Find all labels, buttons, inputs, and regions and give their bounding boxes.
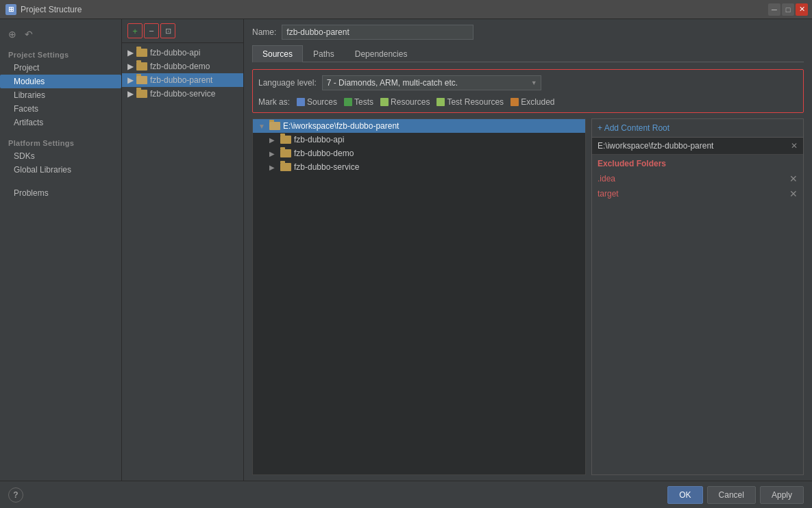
mark-as-row: Mark as: Sources Tests Resources — [258, 97, 798, 107]
excluded-color-dot — [510, 98, 519, 106]
minimize-button[interactable]: ─ — [768, 3, 780, 16]
module-item[interactable]: ▶ fzb-dubbo-demo — [122, 60, 243, 73]
excluded-path-text: E:\iworkspace\fzb-dubbo-parent — [598, 141, 713, 151]
module-list: ▶ fzb-dubbo-api ▶ fzb-dubbo-demo ▶ fzb-d… — [122, 43, 243, 481]
excluded-folders-label: Excluded Folders — [592, 155, 803, 171]
help-button[interactable]: ? — [8, 487, 23, 503]
bottom-right: OK Cancel Apply — [667, 486, 804, 504]
tree-child-item[interactable]: ▶ fzb-dubbo-service — [264, 160, 585, 174]
project-settings-label: Project Settings — [0, 47, 121, 61]
bottom-bar: ? OK Cancel Apply — [0, 481, 812, 508]
tabs-row: Sources Paths Dependencies — [252, 45, 804, 62]
tab-sources[interactable]: Sources — [252, 45, 303, 62]
sources-color-dot — [297, 98, 305, 106]
close-excluded-icon[interactable]: ✕ — [791, 141, 798, 151]
sidebar-item-problems[interactable]: Problems — [0, 186, 121, 200]
folder-tree: ▼ E:\iworkspace\fzb-dubbo-parent ▶ fzb-d… — [252, 118, 586, 475]
sources-content-box: Language level: 7 - Diamonds, ARM, multi… — [252, 69, 804, 113]
test-resources-color-dot — [436, 98, 445, 106]
window-icon: ⊞ — [5, 4, 16, 15]
sidebar-add-icon[interactable]: ⊕ — [5, 27, 19, 41]
add-content-root-label: + Add Content Root — [598, 123, 669, 133]
mark-tests-button[interactable]: Tests — [344, 97, 373, 107]
sidebar-item-sdks[interactable]: SDKs — [0, 149, 121, 163]
sidebar-item-global-libraries[interactable]: Global Libraries — [0, 163, 121, 177]
mark-as-label: Mark as: — [258, 97, 290, 107]
copy-module-button[interactable]: ⊡ — [160, 23, 175, 38]
remove-module-button[interactable]: − — [144, 23, 159, 38]
ok-button[interactable]: OK — [667, 486, 702, 504]
mark-excluded-button[interactable]: Excluded — [510, 97, 554, 107]
excluded-path-header: E:\iworkspace\fzb-dubbo-parent ✕ — [592, 138, 803, 155]
right-panel: Name: Sources Paths Dependencies Languag… — [244, 19, 812, 481]
tree-root-item[interactable]: ▼ E:\iworkspace\fzb-dubbo-parent — [253, 119, 585, 133]
tab-paths[interactable]: Paths — [303, 45, 345, 62]
name-row: Name: — [252, 25, 804, 40]
module-item-selected[interactable]: ▶ fzb-dubbo-parent — [122, 73, 243, 87]
module-item[interactable]: ▶ fzb-dubbo-service — [122, 87, 243, 101]
tree-child-item[interactable]: ▶ fzb-dubbo-api — [264, 133, 585, 147]
sidebar-item-modules[interactable]: Modules — [0, 75, 121, 88]
remove-idea-button[interactable]: ✕ — [789, 173, 798, 184]
language-level-row: Language level: 7 - Diamonds, ARM, multi… — [258, 75, 798, 90]
name-label: Name: — [252, 27, 276, 37]
tree-area: ▼ E:\iworkspace\fzb-dubbo-parent ▶ fzb-d… — [252, 118, 804, 475]
maximize-button[interactable]: □ — [782, 3, 794, 16]
excluded-item: target ✕ — [592, 186, 803, 201]
language-level-select[interactable]: 7 - Diamonds, ARM, multi-catch etc. — [322, 75, 541, 90]
sidebar-item-project[interactable]: Project — [0, 61, 121, 75]
resources-color-dot — [380, 98, 389, 106]
mark-sources-button[interactable]: Sources — [297, 97, 337, 107]
tab-dependencies[interactable]: Dependencies — [345, 45, 418, 62]
sidebar-item-libraries[interactable]: Libraries — [0, 88, 121, 102]
mark-resources-button[interactable]: Resources — [380, 97, 430, 107]
tests-color-dot — [344, 98, 352, 106]
sidebar: ⊕ ↶ Project Settings Project Modules Lib… — [0, 19, 122, 481]
add-module-button[interactable]: + — [127, 23, 143, 38]
window-controls: ─ □ ✕ — [768, 3, 808, 16]
apply-button[interactable]: Apply — [760, 486, 804, 504]
excluded-panel: + Add Content Root E:\iworkspace\fzb-dub… — [591, 118, 804, 475]
sidebar-item-facets[interactable]: Facets — [0, 102, 121, 116]
sidebar-back-icon[interactable]: ↶ — [22, 27, 36, 41]
close-button[interactable]: ✕ — [796, 3, 808, 16]
bottom-left: ? — [8, 487, 23, 503]
sidebar-top-icons: ⊕ ↶ — [0, 25, 121, 47]
language-level-select-wrap: 7 - Diamonds, ARM, multi-catch etc. — [322, 75, 541, 90]
module-list-panel: + − ⊡ ▶ fzb-dubbo-api ▶ fzb-dubbo-demo — [122, 19, 244, 481]
remove-target-button[interactable]: ✕ — [789, 188, 798, 199]
platform-settings-label: Platform Settings — [0, 135, 121, 149]
language-level-label: Language level: — [258, 78, 317, 88]
tree-child-item[interactable]: ▶ fzb-dubbo-demo — [264, 147, 585, 160]
module-toolbar: + − ⊡ — [122, 19, 243, 43]
excluded-item: .idea ✕ — [592, 171, 803, 186]
add-content-root-button[interactable]: + Add Content Root — [592, 119, 803, 138]
main-layout: ⊕ ↶ Project Settings Project Modules Lib… — [0, 19, 812, 481]
sidebar-item-artifacts[interactable]: Artifacts — [0, 116, 121, 129]
window-title: Project Structure — [21, 5, 82, 14]
name-input[interactable] — [282, 25, 473, 40]
title-bar: ⊞ Project Structure ─ □ ✕ — [0, 0, 812, 19]
cancel-button[interactable]: Cancel — [707, 486, 756, 504]
mark-test-resources-button[interactable]: Test Resources — [436, 97, 504, 107]
module-item[interactable]: ▶ fzb-dubbo-api — [122, 46, 243, 60]
